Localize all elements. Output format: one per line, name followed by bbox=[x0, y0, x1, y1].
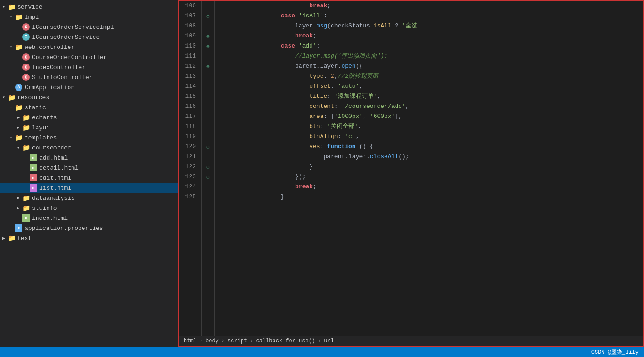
tree-arrow: ▾ bbox=[7, 44, 15, 50]
line-number: 125 bbox=[183, 192, 196, 202]
tree-label: service bbox=[17, 4, 42, 11]
code-token: ? bbox=[391, 22, 402, 29]
tree-item-test[interactable]: ▶📁test bbox=[0, 233, 178, 243]
tree-label: test bbox=[17, 235, 32, 242]
code-token bbox=[224, 143, 309, 150]
editor-area: 1061071081091101111121131141151161171181… bbox=[178, 0, 644, 347]
tree-item-impl[interactable]: ▾📁Impl bbox=[0, 12, 178, 22]
code-line: parent.layer.closeAll(); bbox=[224, 152, 643, 162]
code-token: , bbox=[359, 83, 363, 90]
tree-item-add-html[interactable]: Hadd.html bbox=[0, 153, 178, 163]
code-token bbox=[224, 123, 309, 130]
code-token: 'auto' bbox=[338, 83, 359, 90]
tree-item-crmapplication[interactable]: ACrmApplication bbox=[0, 82, 178, 92]
code-line: layer.msg(checkStatus.isAll ? '全选 bbox=[224, 21, 643, 31]
code-token: } bbox=[224, 163, 313, 170]
tree-arrow: ▾ bbox=[7, 14, 15, 20]
tree-item-static[interactable]: ▾📁static bbox=[0, 102, 178, 112]
tree-item-list-html[interactable]: Hlist.html bbox=[0, 183, 178, 193]
tree-label: stuinfo bbox=[32, 205, 57, 212]
code-token: '600px' bbox=[370, 113, 395, 120]
tree-item-indexcontroller[interactable]: CIndexController bbox=[0, 62, 178, 72]
code-token: ; bbox=[313, 183, 317, 190]
tree-item-stuinfo[interactable]: ▶📁stuinfo bbox=[0, 203, 178, 213]
line-number: 122 bbox=[183, 162, 196, 172]
code-token: , bbox=[334, 73, 338, 80]
breadcrumb-item: callback for use() bbox=[256, 338, 315, 344]
tree-icon: H bbox=[29, 154, 37, 161]
code-token bbox=[295, 12, 299, 19]
tree-icon: C bbox=[22, 64, 30, 71]
tree-item-echarts[interactable]: ▶📁echarts bbox=[0, 112, 178, 123]
breadcrumb-separator: › bbox=[318, 338, 321, 344]
tree-icon: P bbox=[15, 224, 23, 232]
code-token: yes bbox=[309, 143, 320, 150]
tree-item-icourseorderserviceimpl[interactable]: CICourseOrderServiceImpl bbox=[0, 22, 178, 32]
code-token: msg bbox=[317, 22, 327, 29]
code-token: , bbox=[356, 133, 359, 140]
tree-item-layui[interactable]: ▶📁layui bbox=[0, 123, 178, 133]
tree-label: ICourseOrderService bbox=[32, 34, 100, 41]
code-line: title: '添加课程订单', bbox=[224, 91, 643, 101]
line-number: 108 bbox=[183, 21, 196, 31]
tree-icon: 📁 bbox=[7, 3, 16, 11]
code-token bbox=[224, 32, 295, 39]
code-token: content bbox=[309, 103, 334, 110]
tree-arrow: ▶ bbox=[0, 235, 7, 241]
tree-item-stuinfocontroller[interactable]: CStuInfoController bbox=[0, 72, 178, 82]
tree-item-index-html[interactable]: Hindex.html bbox=[0, 213, 178, 223]
tree-item-service[interactable]: ▾📁service bbox=[0, 2, 178, 12]
code-line: btnAlign: 'c', bbox=[224, 132, 643, 142]
tree-label: add.html bbox=[39, 155, 68, 161]
tree-label: Impl bbox=[25, 14, 39, 21]
gutter-cell bbox=[202, 91, 214, 101]
tree-item-courseorder[interactable]: ▾📁courseorder bbox=[0, 143, 178, 153]
code-token: //layer.msg('弹出添加页面'); bbox=[224, 53, 388, 59]
gutter-cell bbox=[202, 21, 214, 31]
code-line: }); bbox=[224, 172, 643, 182]
tree-label: dataanalysis bbox=[32, 195, 75, 202]
code-token: : bbox=[323, 12, 327, 19]
gutter: ⊖⊖⊖⊖⊖⊖⊖ bbox=[202, 1, 215, 336]
tree-icon: C bbox=[22, 53, 30, 61]
tree-item-detail-html[interactable]: Hdetail.html bbox=[0, 163, 178, 173]
code-token: '关闭全部' bbox=[327, 123, 358, 130]
tree-item-icourseorderservice[interactable]: IICourseOrderService bbox=[0, 32, 178, 42]
tree-item-dataanalysis[interactable]: ▶📁dataanalysis bbox=[0, 193, 178, 203]
code-token: layer. bbox=[224, 22, 317, 29]
code-token: : bbox=[338, 133, 345, 140]
tree-item-application-properties[interactable]: Papplication.properties bbox=[0, 223, 178, 233]
code-token: } bbox=[224, 193, 285, 200]
tree-item-courseordercontroller[interactable]: CCourseOrderController bbox=[0, 52, 178, 62]
tree-arrow: ▾ bbox=[7, 135, 15, 140]
gutter-cell: ⊖ bbox=[202, 142, 214, 152]
tree-label: web.controller bbox=[25, 44, 74, 51]
gutter-cell bbox=[202, 132, 214, 142]
line-number: 113 bbox=[183, 71, 196, 81]
line-number: 118 bbox=[183, 122, 196, 132]
code-token: : bbox=[320, 123, 327, 130]
tree-icon: H bbox=[29, 164, 37, 171]
code-token bbox=[224, 103, 309, 110]
gutter-cell bbox=[202, 122, 214, 132]
tree-icon: C bbox=[22, 74, 30, 81]
line-number: 112 bbox=[183, 61, 196, 71]
tree-label: layui bbox=[32, 124, 50, 131]
tree-item-web-controller[interactable]: ▾📁web.controller bbox=[0, 42, 178, 52]
tree-item-resources[interactable]: ▾📁resources bbox=[0, 92, 178, 102]
gutter-cell bbox=[202, 112, 214, 122]
code-token bbox=[224, 43, 281, 49]
tree-item-templates[interactable]: ▾📁templates bbox=[0, 133, 178, 143]
tree-icon: 📁 bbox=[15, 43, 23, 51]
code-token: '1000px' bbox=[334, 113, 363, 120]
code-line: parent.layer.open({ bbox=[224, 61, 643, 71]
code-token: ], bbox=[395, 113, 402, 120]
tree-label: detail.html bbox=[39, 165, 79, 171]
line-number: 110 bbox=[183, 41, 196, 51]
gutter-cell bbox=[202, 152, 214, 162]
code-token bbox=[295, 43, 299, 49]
gutter-cell: ⊖ bbox=[202, 11, 214, 21]
tree-arrow: ▾ bbox=[0, 95, 7, 100]
tree-item-edit-html[interactable]: Hedit.html bbox=[0, 173, 178, 183]
tree-label: ICourseOrderServiceImpl bbox=[32, 24, 114, 31]
